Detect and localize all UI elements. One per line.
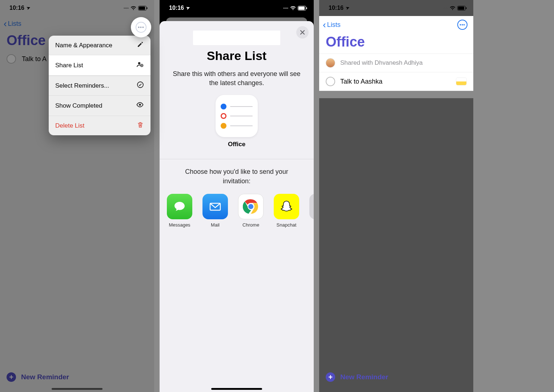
back-button[interactable]: ‹ Lists [323,20,341,29]
share-apps-row[interactable]: Messages Mail [160,194,314,228]
reminder-text: Talk to Aashka [340,78,382,85]
sheet-subtitle: Share this with others and everyone will… [160,63,314,91]
menu-label: Delete List [55,122,84,129]
list-title: Office [319,31,473,53]
app-label: Messages [169,222,190,228]
dim-background [319,98,473,392]
location-icon: ➤ [185,5,190,11]
phone-screenshot-1: 10:16 ➤ •••• ‹ Lists Office Talk to A + … [0,0,154,392]
eye-icon [136,101,144,111]
share-app-more[interactable]: ⋯ Co [309,194,314,228]
menu-delete-list[interactable]: Delete List [49,116,150,135]
chevron-left-icon: ‹ [323,20,326,29]
title-placeholder-box [193,31,280,45]
close-icon [300,30,305,35]
wifi-icon [290,5,296,11]
notes-attachment-icon [456,77,467,85]
messages-icon [167,194,192,219]
checkmark-circle-icon [137,81,144,90]
shared-with-row[interactable]: Shared with Dhvanesh Adhiya [319,53,473,72]
svg-rect-9 [306,7,307,9]
menu-share-list[interactable]: Share List [49,55,150,76]
mail-icon [202,194,228,219]
menu-label: Name & Appearance [55,42,112,49]
new-reminder-button[interactable]: + New Reminder [326,372,388,382]
reminders-list-card: ‹ Lists ••• Office Shared with Dhvanesh … [319,16,473,91]
share-app-chrome[interactable]: Chrome [237,194,264,228]
back-label: Lists [327,21,341,29]
menu-label: Select Reminders... [55,82,109,89]
list-thumbnail [216,95,258,137]
menu-select-reminders[interactable]: Select Reminders... [49,76,150,95]
nav-bar: ‹ Lists ••• [319,16,473,31]
cell-dots-icon: •••• [283,6,288,10]
reminder-radio[interactable] [326,77,335,86]
person-badge-icon [136,60,144,70]
home-indicator[interactable] [211,388,262,390]
shared-with-label: Shared with Dhvanesh Adhiya [340,59,423,67]
snapchat-icon [274,194,299,219]
ellipsis-icon: ••• [136,22,146,33]
new-reminder-label: New Reminder [340,373,388,381]
menu-name-appearance[interactable]: Name & Appearance [49,36,150,55]
app-label: Snapchat [277,222,297,228]
close-button[interactable] [296,26,309,39]
svg-rect-8 [298,7,305,10]
app-label: Chrome [242,222,259,228]
menu-label: Share List [55,62,83,69]
share-app-snapchat[interactable]: Snapchat [273,194,300,228]
chrome-icon [238,194,264,219]
phone-screenshot-2: 10:16 ➤ •••• Share List Share this with … [160,0,314,392]
invite-prompt: Choose how you'd like to send your invit… [160,159,314,192]
ellipsis-icon: ••• [459,22,465,27]
status-bar: 10:16 ➤ •••• [160,0,314,16]
context-menu: Name & Appearance Share List Select Remi… [49,36,150,135]
reminder-row[interactable]: Talk to Aashka [319,72,473,91]
more-button[interactable]: ••• [131,17,151,37]
menu-label: Show Completed [55,102,102,109]
status-time: 10:16 [169,5,184,11]
plus-icon: + [326,372,335,382]
pencil-icon [137,41,144,50]
svg-point-3 [138,62,140,64]
app-label: Mail [211,222,220,228]
share-app-mail[interactable]: Mail [202,194,229,228]
list-thumbnail-label: Office [160,141,314,148]
menu-show-completed[interactable]: Show Completed [49,95,150,116]
more-button[interactable]: ••• [457,20,467,30]
svg-point-13 [248,204,253,209]
avatar [326,58,335,68]
phone-screenshot-3: 10:16 ➤ •••• ‹ Lists ••• Office Shared w… [319,0,473,392]
share-app-messages[interactable]: Messages [166,194,193,228]
trash-icon [137,121,144,130]
svg-point-6 [139,104,141,106]
more-app-icon: ⋯ [309,194,314,219]
share-sheet: Share List Share this with others and ev… [160,21,314,392]
home-indicator[interactable] [52,388,103,390]
sheet-title: Share List [160,49,314,63]
battery-icon [298,6,307,11]
